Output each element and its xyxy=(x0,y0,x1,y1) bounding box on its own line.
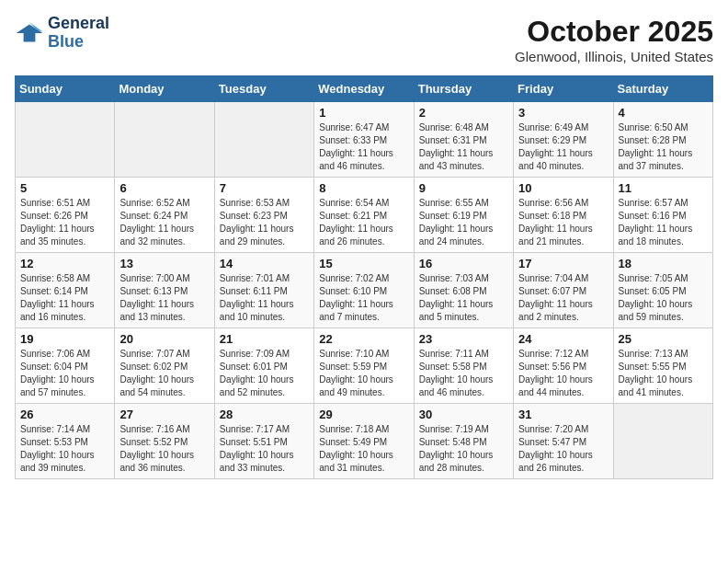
weekday-header-tuesday: Tuesday xyxy=(214,76,313,102)
day-info: Sunset: 6:19 PM xyxy=(419,210,508,223)
day-info: Sunset: 6:14 PM xyxy=(20,285,109,298)
day-number: 12 xyxy=(20,257,109,270)
day-info: Daylight: 11 hours and 29 minutes. xyxy=(220,223,309,248)
day-info: Daylight: 10 hours and 31 minutes. xyxy=(319,449,408,475)
calendar-cell: 10Sunrise: 6:56 AMSunset: 6:18 PMDayligh… xyxy=(514,178,613,253)
day-number: 8 xyxy=(319,181,408,195)
calendar-cell: 18Sunrise: 7:05 AMSunset: 6:05 PMDayligh… xyxy=(613,253,712,328)
day-info: Sunset: 5:56 PM xyxy=(518,361,608,373)
day-number: 5 xyxy=(20,181,109,195)
calendar-cell: 1Sunrise: 6:47 AMSunset: 6:33 PMDaylight… xyxy=(314,102,414,178)
day-info: Sunrise: 7:00 AM xyxy=(119,272,209,285)
day-info: Sunset: 6:04 PM xyxy=(20,361,109,373)
day-info: Sunrise: 7:09 AM xyxy=(220,348,309,361)
day-info: Daylight: 11 hours and 32 minutes. xyxy=(119,223,209,248)
weekday-header-sunday: Sunday xyxy=(16,76,115,102)
day-number: 16 xyxy=(419,257,508,270)
day-number: 27 xyxy=(119,408,209,421)
calendar-cell: 30Sunrise: 7:19 AMSunset: 5:48 PMDayligh… xyxy=(414,404,513,479)
title-block: October 2025 Glenwood, Illinois, United … xyxy=(515,15,713,64)
day-number: 13 xyxy=(119,257,209,270)
day-number: 6 xyxy=(119,181,209,195)
day-info: Sunrise: 7:16 AM xyxy=(119,423,209,436)
day-info: Daylight: 10 hours and 59 minutes. xyxy=(619,298,708,324)
day-info: Sunset: 6:18 PM xyxy=(518,210,608,223)
day-info: Sunset: 6:31 PM xyxy=(419,134,508,147)
weekday-header-monday: Monday xyxy=(115,76,214,102)
calendar-cell: 16Sunrise: 7:03 AMSunset: 6:08 PMDayligh… xyxy=(414,253,513,328)
logo-text-general: General xyxy=(48,15,109,33)
calendar-cell: 7Sunrise: 6:53 AMSunset: 6:23 PMDaylight… xyxy=(214,178,313,253)
day-info: Sunset: 5:48 PM xyxy=(419,436,508,449)
calendar-cell: 22Sunrise: 7:10 AMSunset: 5:59 PMDayligh… xyxy=(314,328,414,404)
location: Glenwood, Illinois, United States xyxy=(515,49,713,64)
day-info: Sunrise: 6:58 AM xyxy=(20,272,109,285)
day-number: 1 xyxy=(319,106,408,120)
day-info: Sunset: 6:11 PM xyxy=(220,285,309,298)
day-info: Sunrise: 7:06 AM xyxy=(20,348,109,361)
calendar-cell: 15Sunrise: 7:02 AMSunset: 6:10 PMDayligh… xyxy=(314,253,414,328)
day-info: Sunset: 5:51 PM xyxy=(220,436,309,449)
day-number: 29 xyxy=(319,408,408,421)
day-info: Daylight: 10 hours and 46 minutes. xyxy=(419,373,508,399)
day-number: 22 xyxy=(319,332,408,346)
calendar-cell: 5Sunrise: 6:51 AMSunset: 6:26 PMDaylight… xyxy=(16,178,115,253)
day-info: Daylight: 11 hours and 18 minutes. xyxy=(619,223,708,248)
logo-text-blue: Blue xyxy=(48,33,109,52)
day-info: Sunset: 6:21 PM xyxy=(319,210,408,223)
day-number: 9 xyxy=(419,181,508,195)
day-info: Sunrise: 6:56 AM xyxy=(518,197,608,210)
calendar-cell: 2Sunrise: 6:48 AMSunset: 6:31 PMDaylight… xyxy=(414,102,513,178)
day-info: Sunset: 6:01 PM xyxy=(220,361,309,373)
day-info: Sunrise: 6:57 AM xyxy=(619,197,708,210)
day-info: Sunrise: 7:07 AM xyxy=(119,348,209,361)
day-info: Sunrise: 6:49 AM xyxy=(518,121,608,134)
day-info: Sunrise: 6:54 AM xyxy=(319,197,408,210)
day-info: Daylight: 11 hours and 5 minutes. xyxy=(419,298,508,324)
day-number: 4 xyxy=(619,106,708,120)
day-info: Sunrise: 7:02 AM xyxy=(319,272,408,285)
day-number: 7 xyxy=(220,181,309,195)
svg-marker-0 xyxy=(17,24,43,41)
day-info: Sunset: 6:05 PM xyxy=(619,285,708,298)
day-info: Sunrise: 7:10 AM xyxy=(319,348,408,361)
weekday-header-wednesday: Wednesday xyxy=(314,76,414,102)
day-info: Sunrise: 6:48 AM xyxy=(419,121,508,134)
day-info: Sunrise: 6:55 AM xyxy=(419,197,508,210)
day-info: Sunset: 6:16 PM xyxy=(619,210,708,223)
day-number: 17 xyxy=(518,257,608,270)
logo-icon xyxy=(15,18,44,48)
weekday-header-thursday: Thursday xyxy=(414,76,513,102)
day-info: Daylight: 10 hours and 39 minutes. xyxy=(20,449,109,475)
calendar-cell: 12Sunrise: 6:58 AMSunset: 6:14 PMDayligh… xyxy=(16,253,115,328)
day-info: Sunset: 5:49 PM xyxy=(319,436,408,449)
calendar-cell: 31Sunrise: 7:20 AMSunset: 5:47 PMDayligh… xyxy=(514,404,613,479)
calendar-cell: 17Sunrise: 7:04 AMSunset: 6:07 PMDayligh… xyxy=(514,253,613,328)
day-info: Sunset: 6:28 PM xyxy=(619,134,708,147)
logo: General Blue xyxy=(15,15,109,52)
day-number: 28 xyxy=(220,408,309,421)
day-info: Sunset: 5:53 PM xyxy=(20,436,109,449)
day-info: Daylight: 11 hours and 40 minutes. xyxy=(518,147,608,173)
page-header: General Blue October 2025 Glenwood, Illi… xyxy=(15,15,713,64)
day-info: Sunrise: 7:03 AM xyxy=(419,272,508,285)
day-info: Sunrise: 6:52 AM xyxy=(119,197,209,210)
day-info: Daylight: 10 hours and 41 minutes. xyxy=(619,373,708,399)
calendar-cell: 24Sunrise: 7:12 AMSunset: 5:56 PMDayligh… xyxy=(514,328,613,404)
day-info: Sunset: 6:07 PM xyxy=(518,285,608,298)
day-info: Sunset: 6:23 PM xyxy=(220,210,309,223)
day-info: Sunrise: 7:04 AM xyxy=(518,272,608,285)
day-number: 21 xyxy=(220,332,309,346)
day-info: Sunrise: 6:47 AM xyxy=(319,121,408,134)
calendar-cell: 4Sunrise: 6:50 AMSunset: 6:28 PMDaylight… xyxy=(613,102,712,178)
day-info: Daylight: 10 hours and 33 minutes. xyxy=(220,449,309,475)
day-number: 3 xyxy=(518,106,608,120)
calendar-cell: 11Sunrise: 6:57 AMSunset: 6:16 PMDayligh… xyxy=(613,178,712,253)
calendar-cell: 14Sunrise: 7:01 AMSunset: 6:11 PMDayligh… xyxy=(214,253,313,328)
day-number: 15 xyxy=(319,257,408,270)
day-info: Daylight: 11 hours and 24 minutes. xyxy=(419,223,508,248)
day-number: 19 xyxy=(20,332,109,346)
day-info: Daylight: 10 hours and 28 minutes. xyxy=(419,449,508,475)
day-info: Daylight: 10 hours and 54 minutes. xyxy=(119,373,209,399)
day-info: Sunset: 6:24 PM xyxy=(119,210,209,223)
